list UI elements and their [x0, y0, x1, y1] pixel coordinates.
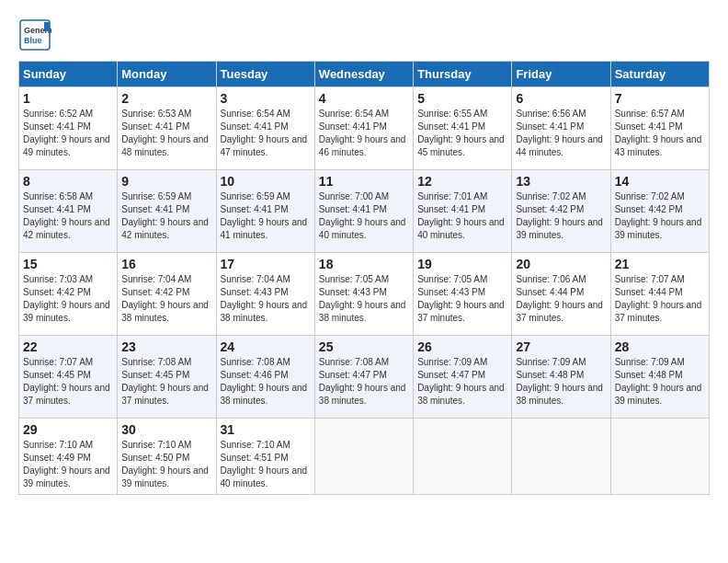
weekday-header-sunday: Sunday: [19, 62, 118, 87]
day-cell-28: 28 Sunrise: 7:09 AMSunset: 4:48 PMDaylig…: [610, 336, 709, 419]
day-number: 24: [221, 339, 311, 354]
day-number: 30: [121, 422, 211, 437]
day-number: 28: [615, 339, 705, 354]
day-cell-8: 8 Sunrise: 6:58 AMSunset: 4:41 PMDayligh…: [19, 170, 118, 253]
day-cell-26: 26 Sunrise: 7:09 AMSunset: 4:47 PMDaylig…: [414, 336, 512, 419]
day-info: Sunrise: 7:09 AMSunset: 4:48 PMDaylight:…: [516, 357, 603, 406]
day-info: Sunrise: 7:02 AMSunset: 4:42 PMDaylight:…: [516, 191, 603, 240]
day-info: Sunrise: 7:08 AMSunset: 4:45 PMDaylight:…: [121, 357, 209, 406]
day-info: Sunrise: 7:08 AMSunset: 4:47 PMDaylight:…: [319, 357, 406, 406]
day-info: Sunrise: 6:55 AMSunset: 4:41 PMDaylight:…: [417, 109, 505, 157]
weekday-header-monday: Monday: [118, 62, 216, 87]
calendar-table: SundayMondayTuesdayWednesdayThursdayFrid…: [18, 61, 710, 495]
day-cell-11: 11 Sunrise: 7:00 AMSunset: 4:41 PMDaylig…: [314, 170, 413, 253]
day-info: Sunrise: 7:02 AMSunset: 4:42 PMDaylight:…: [615, 191, 702, 240]
day-number: 3: [221, 91, 311, 106]
day-info: Sunrise: 6:54 AMSunset: 4:41 PMDaylight:…: [319, 109, 406, 157]
day-cell-6: 6 Sunrise: 6:56 AMSunset: 4:41 PMDayligh…: [512, 87, 610, 170]
day-number: 13: [516, 174, 606, 189]
day-number: 17: [221, 257, 311, 271]
day-cell-29: 29 Sunrise: 7:10 AMSunset: 4:49 PMDaylig…: [19, 419, 118, 495]
day-number: 29: [23, 422, 113, 437]
day-cell-22: 22 Sunrise: 7:07 AMSunset: 4:45 PMDaylig…: [19, 336, 118, 419]
weekday-header-saturday: Saturday: [610, 62, 709, 87]
day-number: 18: [319, 257, 409, 271]
day-number: 19: [417, 257, 507, 271]
day-number: 5: [417, 91, 507, 106]
day-info: Sunrise: 7:09 AMSunset: 4:48 PMDaylight:…: [615, 357, 702, 406]
day-info: Sunrise: 7:03 AMSunset: 4:42 PMDaylight:…: [23, 274, 110, 323]
day-cell-21: 21 Sunrise: 7:07 AMSunset: 4:44 PMDaylig…: [610, 253, 709, 336]
day-cell-24: 24 Sunrise: 7:08 AMSunset: 4:46 PMDaylig…: [216, 336, 314, 419]
day-cell-14: 14 Sunrise: 7:02 AMSunset: 4:42 PMDaylig…: [610, 170, 709, 253]
day-number: 22: [23, 339, 113, 354]
logo-icon: General Blue: [18, 18, 51, 52]
weekday-header-thursday: Thursday: [414, 62, 512, 87]
day-number: 9: [121, 174, 211, 189]
day-number: 16: [121, 257, 211, 271]
day-cell-20: 20 Sunrise: 7:06 AMSunset: 4:44 PMDaylig…: [512, 253, 610, 336]
day-number: 23: [121, 339, 211, 354]
day-info: Sunrise: 6:56 AMSunset: 4:41 PMDaylight:…: [516, 109, 603, 157]
day-cell-18: 18 Sunrise: 7:05 AMSunset: 4:43 PMDaylig…: [314, 253, 413, 336]
day-info: Sunrise: 7:07 AMSunset: 4:44 PMDaylight:…: [615, 274, 702, 323]
day-info: Sunrise: 6:52 AMSunset: 4:41 PMDaylight:…: [23, 109, 110, 157]
day-info: Sunrise: 7:10 AMSunset: 4:50 PMDaylight:…: [121, 440, 209, 488]
day-info: Sunrise: 6:53 AMSunset: 4:41 PMDaylight:…: [121, 109, 209, 157]
day-cell-17: 17 Sunrise: 7:04 AMSunset: 4:43 PMDaylig…: [216, 253, 314, 336]
day-info: Sunrise: 7:05 AMSunset: 4:43 PMDaylight:…: [319, 274, 406, 323]
day-number: 14: [615, 174, 705, 189]
day-number: 15: [23, 257, 113, 271]
day-cell-27: 27 Sunrise: 7:09 AMSunset: 4:48 PMDaylig…: [512, 336, 610, 419]
day-info: Sunrise: 7:04 AMSunset: 4:43 PMDaylight:…: [221, 274, 308, 323]
day-info: Sunrise: 7:05 AMSunset: 4:43 PMDaylight:…: [417, 274, 505, 323]
empty-cell: [414, 419, 512, 495]
day-cell-15: 15 Sunrise: 7:03 AMSunset: 4:42 PMDaylig…: [19, 253, 118, 336]
day-cell-16: 16 Sunrise: 7:04 AMSunset: 4:42 PMDaylig…: [118, 253, 216, 336]
weekday-header-wednesday: Wednesday: [314, 62, 413, 87]
empty-cell: [512, 419, 610, 495]
day-cell-10: 10 Sunrise: 6:59 AMSunset: 4:41 PMDaylig…: [216, 170, 314, 253]
day-number: 8: [23, 174, 113, 189]
day-number: 11: [319, 174, 409, 189]
weekday-header-friday: Friday: [512, 62, 610, 87]
day-cell-30: 30 Sunrise: 7:10 AMSunset: 4:50 PMDaylig…: [118, 419, 216, 495]
empty-cell: [314, 419, 413, 495]
day-number: 4: [319, 91, 409, 106]
day-cell-5: 5 Sunrise: 6:55 AMSunset: 4:41 PMDayligh…: [414, 87, 512, 170]
day-number: 10: [221, 174, 311, 189]
header: General Blue: [18, 18, 710, 52]
day-info: Sunrise: 7:08 AMSunset: 4:46 PMDaylight:…: [221, 357, 308, 406]
day-info: Sunrise: 6:57 AMSunset: 4:41 PMDaylight:…: [615, 109, 702, 157]
day-info: Sunrise: 7:04 AMSunset: 4:42 PMDaylight:…: [121, 274, 209, 323]
svg-marker-3: [44, 22, 50, 31]
day-cell-4: 4 Sunrise: 6:54 AMSunset: 4:41 PMDayligh…: [314, 87, 413, 170]
day-info: Sunrise: 7:07 AMSunset: 4:45 PMDaylight:…: [23, 357, 110, 406]
day-cell-9: 9 Sunrise: 6:59 AMSunset: 4:41 PMDayligh…: [118, 170, 216, 253]
day-number: 1: [23, 91, 113, 106]
day-cell-1: 1 Sunrise: 6:52 AMSunset: 4:41 PMDayligh…: [19, 87, 118, 170]
day-info: Sunrise: 7:09 AMSunset: 4:47 PMDaylight:…: [417, 357, 505, 406]
day-cell-7: 7 Sunrise: 6:57 AMSunset: 4:41 PMDayligh…: [610, 87, 709, 170]
day-cell-2: 2 Sunrise: 6:53 AMSunset: 4:41 PMDayligh…: [118, 87, 216, 170]
day-info: Sunrise: 7:01 AMSunset: 4:41 PMDaylight:…: [417, 191, 505, 240]
day-info: Sunrise: 7:10 AMSunset: 4:51 PMDaylight:…: [221, 440, 308, 488]
day-info: Sunrise: 6:59 AMSunset: 4:41 PMDaylight:…: [221, 191, 308, 240]
day-info: Sunrise: 6:58 AMSunset: 4:41 PMDaylight:…: [23, 191, 110, 240]
empty-cell: [610, 419, 709, 495]
day-number: 27: [516, 339, 606, 354]
weekday-header-tuesday: Tuesday: [216, 62, 314, 87]
day-info: Sunrise: 7:06 AMSunset: 4:44 PMDaylight:…: [516, 274, 603, 323]
day-number: 7: [615, 91, 705, 106]
day-number: 12: [417, 174, 507, 189]
day-cell-12: 12 Sunrise: 7:01 AMSunset: 4:41 PMDaylig…: [414, 170, 512, 253]
logo: General Blue: [18, 18, 55, 52]
day-info: Sunrise: 6:54 AMSunset: 4:41 PMDaylight:…: [221, 109, 308, 157]
day-cell-25: 25 Sunrise: 7:08 AMSunset: 4:47 PMDaylig…: [314, 336, 413, 419]
day-info: Sunrise: 6:59 AMSunset: 4:41 PMDaylight:…: [121, 191, 209, 240]
day-number: 20: [516, 257, 606, 271]
day-number: 2: [121, 91, 211, 106]
day-info: Sunrise: 7:00 AMSunset: 4:41 PMDaylight:…: [319, 191, 406, 240]
svg-text:Blue: Blue: [24, 36, 42, 45]
day-cell-3: 3 Sunrise: 6:54 AMSunset: 4:41 PMDayligh…: [216, 87, 314, 170]
